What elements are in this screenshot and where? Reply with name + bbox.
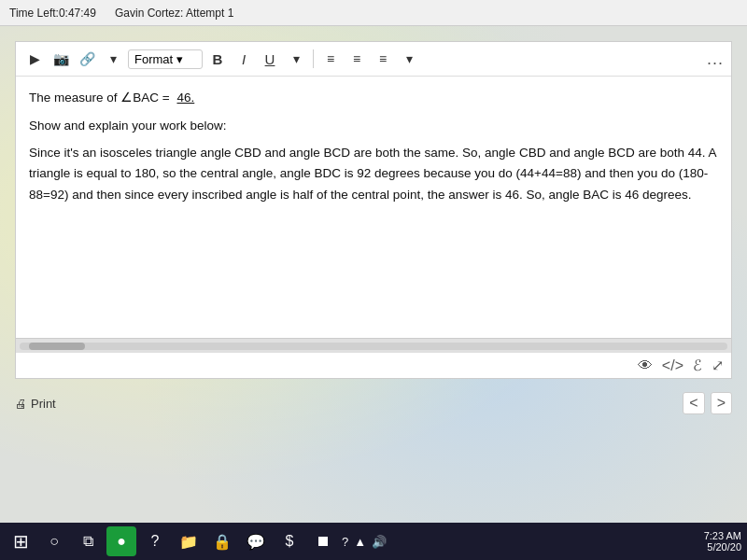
page-wrapper: Time Left:0:47:49 Gavin Cortez: Attempt … xyxy=(0,0,747,560)
chrome-icon[interactable]: ● xyxy=(106,526,136,556)
taskbar-icon-4[interactable]: 💬 xyxy=(241,526,271,556)
work-prompt: Show and explain your work below: xyxy=(29,116,718,136)
user-label: Gavin Cortez: Attempt 1 xyxy=(115,7,233,20)
explanation-text: Since it's an isosceles triangle angle C… xyxy=(29,143,718,205)
scrollbar-track xyxy=(20,343,727,350)
nav-forward-button[interactable]: > xyxy=(711,392,732,414)
nav-arrows: < > xyxy=(683,392,732,414)
taskview-icon[interactable]: ⧉ xyxy=(73,526,103,556)
taskbar-icon-5[interactable]: $ xyxy=(275,526,304,556)
question-sys-icon[interactable]: ? xyxy=(342,535,348,549)
editor-box: ▶ 📷 🔗 ▾ Format ▾ B I U ▾ xyxy=(15,41,732,379)
taskbar: ⊞ ○ ⧉ ● ? 📁 🔒 💬 $ ⏹ ? ▲ 🔊 7:23 AM 5/20/2… xyxy=(0,523,747,560)
search-taskbar-icon[interactable]: ○ xyxy=(39,526,69,556)
formula-icon[interactable]: ℰ xyxy=(693,357,702,374)
timer-label: Time Left:0:47:49 xyxy=(9,7,96,20)
align-dropdown-arrow[interactable]: ▾ xyxy=(398,48,420,70)
content-area: ▶ 📷 🔗 ▾ Format ▾ B I U ▾ xyxy=(0,26,747,560)
windows-start-button[interactable]: ⊞ xyxy=(6,526,35,556)
align-right-icon[interactable]: ≡ xyxy=(372,48,394,70)
editor-content[interactable]: The measure of ∠BAC = 46. Show and expla… xyxy=(16,77,731,338)
print-button[interactable]: 🖨 Print xyxy=(15,397,56,411)
print-icon: 🖨 xyxy=(15,397,27,411)
action-bar: 🖨 Print < > xyxy=(6,386,741,420)
text-format-dropdown-arrow[interactable]: ▾ xyxy=(285,48,307,70)
camera-icon[interactable]: 📷 xyxy=(49,48,72,70)
top-bar: Time Left:0:47:49 Gavin Cortez: Attempt … xyxy=(0,0,747,26)
toolbar-dropdown-arrow[interactable]: ▾ xyxy=(102,48,124,70)
expand-icon[interactable]: ⤢ xyxy=(712,357,724,374)
taskbar-sys-icons: ? ▲ 🔊 xyxy=(342,535,387,549)
clock-date: 5/20/20 xyxy=(704,541,741,553)
format-dropdown[interactable]: Format ▾ xyxy=(128,49,203,69)
taskbar-icon-3[interactable]: 🔒 xyxy=(207,526,237,556)
nav-back-button[interactable]: < xyxy=(683,392,704,414)
taskbar-icon-1[interactable]: ? xyxy=(140,526,170,556)
italic-button[interactable]: I xyxy=(233,48,255,70)
link-icon[interactable]: 🔗 xyxy=(76,48,98,70)
volume-icon[interactable]: 🔊 xyxy=(372,535,387,549)
format-label: Format xyxy=(134,52,173,66)
editor-bottom-icons: 👁 </> ℰ ⤢ xyxy=(16,353,731,378)
toolbar: ▶ 📷 🔗 ▾ Format ▾ B I U ▾ xyxy=(16,42,731,77)
clock-time: 7:23 AM xyxy=(704,530,741,541)
align-left-icon[interactable]: ≡ xyxy=(319,48,342,70)
horizontal-scrollbar[interactable] xyxy=(16,338,731,353)
code-icon[interactable]: </> xyxy=(662,357,684,374)
scrollbar-thumb[interactable] xyxy=(29,343,85,350)
more-options-button[interactable]: ... xyxy=(707,49,724,69)
question-text: The measure of ∠BAC = xyxy=(29,91,170,105)
question-line: The measure of ∠BAC = 46. xyxy=(29,88,718,108)
network-icon[interactable]: ▲ xyxy=(354,535,366,549)
align-center-icon[interactable]: ≡ xyxy=(345,48,368,70)
format-dropdown-icon: ▾ xyxy=(176,52,196,66)
eye-icon[interactable]: 👁 xyxy=(638,357,653,374)
taskbar-icon-2[interactable]: 📁 xyxy=(174,526,204,556)
toolbar-separator-1 xyxy=(313,49,314,68)
print-label: Print xyxy=(31,397,56,411)
bold-button[interactable]: B xyxy=(206,48,229,70)
taskbar-icon-6[interactable]: ⏹ xyxy=(308,526,338,556)
taskbar-clock[interactable]: 7:23 AM 5/20/20 xyxy=(704,530,741,553)
underline-button[interactable]: U xyxy=(259,48,281,70)
play-icon[interactable]: ▶ xyxy=(23,48,46,70)
answer-value: 46. xyxy=(176,91,194,105)
